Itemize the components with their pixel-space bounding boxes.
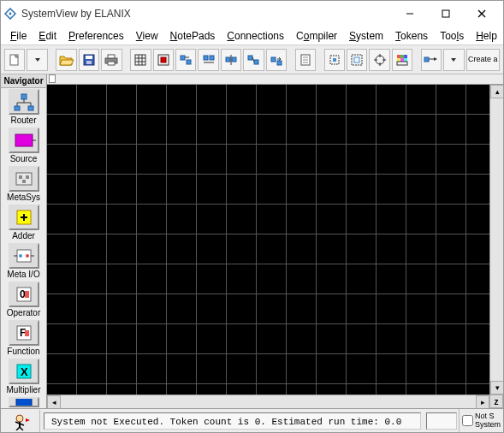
sink-icon [9, 397, 39, 407]
grid-button[interactable] [130, 49, 151, 71]
menu-system[interactable]: System [343, 28, 389, 44]
vertical-scrollbar[interactable]: ▴ ▾ [489, 85, 503, 394]
target-button[interactable] [369, 49, 389, 71]
run-icon [10, 412, 31, 430]
close-button[interactable] [464, 2, 500, 26]
design-canvas[interactable] [47, 85, 489, 394]
menu-edit[interactable]: Edit [33, 28, 62, 44]
select2-button[interactable] [347, 49, 367, 71]
system-checkbox[interactable] [462, 415, 473, 426]
titlebar: SystemView by ELANIX [1, 1, 503, 27]
nav-item-metaio[interactable]: Meta I/O [3, 243, 44, 279]
dropdown-button[interactable] [27, 49, 47, 71]
svg-rect-88 [25, 330, 29, 336]
save-button[interactable] [79, 49, 99, 71]
palette-button[interactable] [392, 49, 412, 71]
svg-rect-68 [28, 106, 33, 110]
nav-item-operator[interactable]: 0 Operator [3, 282, 44, 317]
align4-button[interactable] [243, 49, 264, 71]
menu-notepads[interactable]: NotePads [164, 28, 222, 44]
svg-rect-17 [135, 55, 145, 65]
toolbar: Create a [1, 45, 503, 74]
connect-button[interactable] [421, 49, 442, 71]
source-icon [9, 128, 39, 153]
maximize-button[interactable] [428, 2, 464, 26]
svg-text:0: 0 [20, 288, 26, 300]
menu-view[interactable]: View [130, 28, 164, 44]
svg-rect-69 [15, 134, 33, 146]
notepad-icon [299, 53, 312, 67]
nav-item-source[interactable]: Source [3, 128, 44, 163]
select1-button[interactable] [324, 49, 345, 71]
svg-rect-74 [22, 180, 26, 183]
scroll-left-button[interactable]: ◂ [47, 395, 61, 408]
grid-icon [133, 53, 147, 67]
svg-rect-72 [19, 175, 22, 179]
align3-button[interactable] [221, 49, 241, 71]
align1-button[interactable] [175, 49, 196, 71]
svg-rect-12 [86, 56, 92, 59]
svg-text:X: X [21, 365, 28, 378]
nav-label: Router [10, 116, 36, 125]
nav-label: Multiplier [6, 385, 40, 394]
zoom-corner[interactable]: z [489, 394, 503, 408]
scroll-track[interactable] [61, 395, 476, 408]
nav-item-metasys[interactable]: MetaSys [3, 166, 44, 202]
svg-rect-16 [108, 62, 115, 65]
navigator-panel: Navigator Router Source MetaSys Adder [1, 74, 47, 408]
reverse-button[interactable] [266, 49, 287, 71]
horizontal-scrollbar[interactable]: ◂ ▸ [47, 394, 489, 408]
svg-rect-54 [397, 58, 400, 62]
notepad-button[interactable] [295, 49, 316, 71]
svg-rect-36 [271, 57, 276, 62]
align2-button[interactable] [198, 49, 218, 71]
new-button[interactable] [4, 49, 25, 71]
menu-tools[interactable]: Tools [434, 28, 470, 44]
menu-help[interactable]: Help [470, 28, 503, 44]
svg-rect-57 [397, 62, 407, 65]
nav-label: Meta I/O [7, 270, 39, 279]
create-button[interactable]: Create a [466, 49, 500, 71]
scroll-up-button[interactable]: ▴ [490, 85, 503, 98]
nav-item-multiplier[interactable]: X Multiplier [3, 359, 44, 394]
adder-icon [9, 205, 39, 230]
checkbox-label-2: System [475, 421, 501, 430]
print-button[interactable] [101, 49, 122, 71]
connect-dropdown[interactable] [443, 49, 464, 71]
scroll-right-button[interactable]: ▸ [476, 395, 489, 408]
new-icon [8, 53, 21, 67]
menu-preferences[interactable]: Preferences [62, 28, 130, 44]
status-field [426, 412, 457, 430]
status-message: System not Executed. Token count is 0. E… [44, 412, 421, 430]
scroll-track[interactable] [490, 98, 503, 381]
svg-point-79 [19, 254, 22, 258]
svg-rect-31 [232, 57, 236, 62]
svg-rect-45 [354, 57, 359, 62]
menu-connections[interactable]: Connections [221, 28, 290, 44]
select-icon [328, 53, 341, 67]
menu-tokens[interactable]: Tokens [389, 28, 434, 44]
nav-item-sink[interactable] [3, 397, 44, 407]
run-button[interactable] [1, 410, 40, 432]
svg-rect-37 [277, 61, 282, 65]
status-checkbox-area[interactable]: Not S System [459, 409, 503, 432]
svg-rect-28 [210, 56, 214, 60]
scroll-down-button[interactable]: ▾ [490, 381, 503, 394]
nav-item-router[interactable]: Router [3, 89, 44, 125]
svg-rect-33 [248, 56, 252, 60]
multiplier-icon: X [9, 359, 39, 384]
open-button[interactable] [56, 49, 76, 71]
nav-item-adder[interactable]: Adder [3, 205, 44, 240]
nav-item-function[interactable]: F Function [3, 320, 44, 356]
menu-file[interactable]: File [4, 28, 33, 44]
nav-label: Operator [7, 308, 40, 317]
operator-icon: 0 [9, 282, 39, 307]
align-icon [179, 53, 193, 67]
minimize-button[interactable] [392, 2, 428, 26]
token-button[interactable] [153, 49, 174, 71]
token-icon [157, 53, 170, 67]
ruler-origin[interactable] [49, 74, 56, 83]
svg-rect-73 [26, 175, 29, 179]
menu-compiler[interactable]: Compiler [290, 28, 343, 44]
svg-rect-30 [226, 57, 230, 62]
